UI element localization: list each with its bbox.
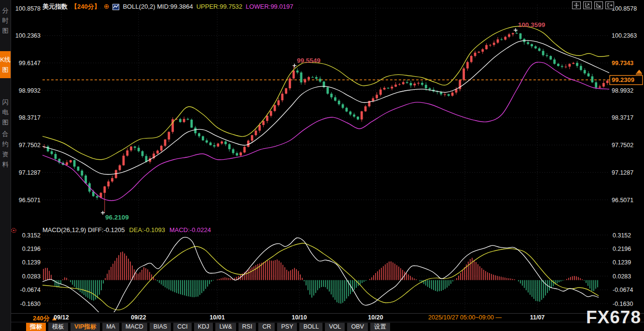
indicator-button-MA[interactable]: MA	[102, 323, 119, 331]
chart-label: -0.1630	[613, 301, 633, 307]
boll-values: BOLL(20,2) MID:99.3864	[123, 3, 193, 10]
macd-histogram	[43, 252, 598, 304]
chart-label: 0.3152	[22, 232, 41, 239]
chart-label: 0.3152	[613, 232, 631, 239]
chart-label: 99.2309	[612, 76, 634, 83]
boll-upper-line	[42, 26, 609, 160]
indicator-button-设置[interactable]: 设置	[370, 323, 390, 331]
indicator-button-CCI[interactable]: CCI	[173, 323, 192, 331]
export-chart-icon[interactable]	[605, 1, 614, 9]
boll-bands	[42, 26, 609, 201]
sidebar-tab-3[interactable]: 合约资料	[0, 125, 11, 173]
chart-label: 0.1239	[22, 259, 41, 266]
candlesticks	[43, 30, 608, 213]
x-axis-tick-label: 09/12	[54, 314, 69, 321]
indicator-button-VOL[interactable]: VOL	[325, 323, 345, 331]
chart-label: 97.7502	[19, 142, 41, 149]
indicator-button-指标[interactable]: 指标	[26, 323, 46, 331]
extreme-marker-cross	[293, 64, 296, 68]
price-and-macd-chart[interactable]: 99.5549100.359996.2109100.8578100.857810…	[0, 0, 644, 331]
timeframe-label: 240分	[33, 314, 50, 323]
pan-tool-icon[interactable]	[572, 1, 581, 9]
indicator-button-BIAS[interactable]: BIAS	[150, 323, 171, 331]
boll-upper-value: UPPER:99.7532	[196, 3, 242, 10]
chart-label: 100.3599	[518, 21, 545, 28]
x-axis-tick-label: 10/20	[368, 314, 383, 321]
indicator-button-BOLL[interactable]: BOLL	[299, 323, 322, 331]
symbol-name: 美元指数	[42, 2, 68, 11]
x-axis-row: 240分 2025/10/27 05:00~09:00 — 09/1209/22…	[0, 314, 644, 322]
jump-to-latest-icon[interactable]	[636, 69, 642, 74]
indicator-button-OBV[interactable]: OBV	[347, 323, 367, 331]
timeframe-selector[interactable]: 240分	[33, 314, 56, 323]
macd-dea-value: DEA:-0.1093	[129, 226, 165, 234]
trading-app-window: 分时图K线图闪电图合约资料 美元指数 【240分】 ⊕ BOLL(20,2) M…	[0, 0, 644, 331]
indicator-button-PSY[interactable]: PSY	[277, 323, 297, 331]
indicator-button-CR[interactable]: CR	[258, 323, 275, 331]
chart-label: 96.2109	[105, 214, 129, 221]
indicator-button-LW&[interactable]: LW&	[215, 323, 236, 331]
x-axis-tick-label: 10/01	[210, 314, 224, 321]
chart-label: 0.0283	[22, 273, 41, 280]
chart-label: 99.5549	[297, 57, 321, 64]
indicator-button-RSI[interactable]: RSI	[238, 323, 256, 331]
chart-label: 0.2196	[22, 246, 41, 252]
indicator-button-模板[interactable]: 模板	[48, 323, 68, 331]
indicator-button-MACD[interactable]: MACD	[122, 323, 147, 331]
chart-label: 97.7502	[612, 142, 633, 149]
chart-label: 96.5071	[612, 197, 633, 204]
boll-lower-value: LOWER:99.0197	[246, 3, 293, 10]
indicator-toolbar: 指标模板VIP指标MAMACDBIASCCIKDJLW&RSICRPSYBOLL…	[26, 323, 390, 331]
chart-label: -0.0674	[613, 287, 633, 293]
x-axis-tick-label: 10/10	[292, 314, 307, 321]
boll-lower-line	[42, 62, 609, 201]
extreme-marker-cross	[101, 211, 105, 215]
indicator-settings-icon[interactable]	[11, 227, 17, 233]
chart-label: -0.0674	[20, 287, 41, 293]
chart-header: 美元指数 【240分】 ⊕ BOLL(20,2) MID:99.3864 UPP…	[42, 2, 293, 11]
x-axis-tick-label: 09/22	[131, 314, 146, 321]
indicator-button-VIP指标[interactable]: VIP指标	[70, 323, 100, 331]
selected-candle-date: 2025/10/27 05:00~09:00 —	[426, 314, 504, 321]
chart-label: -0.1630	[20, 301, 41, 307]
add-indicator-icon[interactable]: ⊕	[104, 3, 110, 10]
dea-line	[42, 243, 599, 310]
period-badge: 【240分】	[71, 2, 100, 11]
chart-label: 98.9932	[19, 87, 41, 94]
scale-left-axis-icon[interactable]	[583, 1, 592, 9]
chart-label: 100.2363	[15, 32, 41, 39]
chart-toolbar-icons	[572, 1, 614, 9]
sidebar-tab-1[interactable]: K线图	[0, 51, 11, 78]
chart-label: 100.8578	[612, 5, 637, 12]
scale-right-axis-icon[interactable]	[594, 1, 603, 9]
chart-label: 0.1239	[613, 259, 631, 266]
macd-lines	[42, 237, 599, 318]
grid	[42, 5, 609, 312]
macd-diff-value: MACD(26,12,9) DIFF:-0.1205	[42, 226, 125, 234]
extreme-marker-cross	[514, 28, 518, 32]
chart-label: 98.9932	[612, 87, 633, 94]
chart-label: 99.7343	[612, 60, 633, 67]
chart-label: 96.5071	[19, 197, 41, 204]
chart-label: 97.1287	[612, 169, 633, 176]
chart-label: 98.3717	[612, 114, 633, 121]
chart-label: 100.8578	[15, 5, 41, 12]
chart-type-sidebar: 分时图K线图闪电图合约资料	[0, 0, 11, 331]
macd-value: MACD:-0.0224	[169, 226, 211, 234]
fx678-watermark: FX678	[586, 307, 641, 328]
chart-label: 98.3717	[19, 114, 41, 121]
boll-indicator-icon	[112, 3, 119, 10]
x-axis-tick-label: 11/07	[530, 314, 545, 321]
chart-label: 97.1287	[19, 169, 41, 176]
indicator-button-KDJ[interactable]: KDJ	[194, 323, 213, 331]
sidebar-tab-0[interactable]: 分时图	[0, 2, 11, 39]
chart-label: 0.2196	[613, 246, 631, 252]
chart-label: 99.6147	[19, 60, 41, 67]
macd-header: MACD(26,12,9) DIFF:-0.1205 DEA:-0.1093 M…	[42, 226, 211, 234]
chart-label: 0.0283	[613, 273, 631, 280]
chart-label: 100.2363	[612, 32, 637, 39]
